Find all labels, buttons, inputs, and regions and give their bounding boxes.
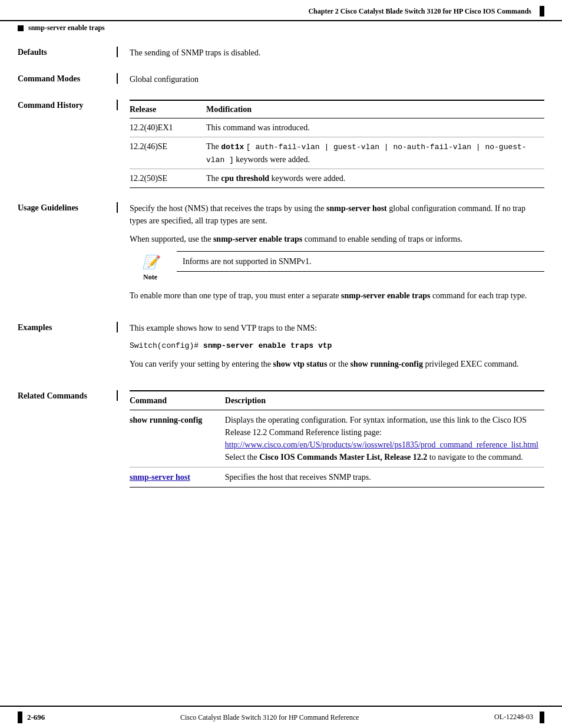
- footer-left: 2-696: [18, 711, 45, 723]
- usage-guidelines-section: Usage Guidelines Specify the host (NMS) …: [18, 202, 544, 308]
- command-modes-section: Command Modes Global configuration: [18, 73, 544, 85]
- release-1: 12.2(40)EX1: [130, 118, 206, 137]
- footer-center: Cisco Catalyst Blade Switch 3120 for HP …: [180, 713, 359, 722]
- examples-section: Examples This example shows how to send …: [18, 322, 544, 376]
- history-col-modification: Modification: [206, 100, 544, 118]
- page-footer: 2-696 Cisco Catalyst Blade Switch 3120 f…: [0, 706, 562, 728]
- examples-label: Examples: [18, 322, 118, 332]
- defaults-label: Defaults: [18, 47, 118, 57]
- related-desc-1: Displays the operating configuration. Fo…: [225, 410, 544, 467]
- footer-icon: [18, 711, 22, 723]
- related-desc-2: Specifies the host that receives SNMP tr…: [225, 467, 544, 487]
- usage-para-3: To enable more than one type of trap, yo…: [130, 289, 544, 302]
- related-col-description: Description: [225, 391, 544, 410]
- note-label: Note: [130, 272, 171, 282]
- modification-3: The cpu threshold keywords were added.: [206, 169, 544, 188]
- related-commands-label: Related Commands: [18, 390, 118, 401]
- modification-1: This command was introduced.: [206, 118, 544, 137]
- sub-header-icon: [18, 25, 24, 31]
- footer-right-rule: [540, 711, 544, 723]
- release-3: 12.2(50)SE: [130, 169, 206, 188]
- table-row: 12.2(50)SE The cpu threshold keywords we…: [130, 169, 544, 188]
- sub-header-label: snmp-server enable traps: [28, 24, 105, 32]
- note-content: Informs are not supported in SNMPv1.: [177, 251, 544, 272]
- usage-guidelines-content: Specify the host (NMS) that receives the…: [118, 202, 544, 308]
- main-content: Defaults The sending of SNMP traps is di…: [0, 35, 562, 513]
- related-commands-table: Command Description show running-config …: [130, 390, 544, 487]
- usage-para-1: Specify the host (NMS) that receives the…: [130, 202, 544, 227]
- command-history-label: Command History: [18, 100, 118, 110]
- command-modes-label: Command Modes: [18, 73, 118, 84]
- related-commands-content: Command Description show running-config …: [118, 390, 544, 487]
- related-cmd-2: snmp-server host: [130, 467, 225, 487]
- usage-guidelines-label: Usage Guidelines: [18, 202, 118, 213]
- page-header: Chapter 2 Cisco Catalyst Blade Switch 31…: [0, 0, 562, 21]
- usage-para-2: When supported, use the snmp-server enab…: [130, 233, 544, 245]
- table-row: 12.2(46)SE The dot1x [ auth-fail-vlan | …: [130, 137, 544, 169]
- table-row: 12.2(40)EX1 This command was introduced.: [130, 118, 544, 137]
- examples-code: Switch(config)# snmp-server enable traps…: [130, 340, 544, 352]
- examples-para-2: You can verify your setting by entering …: [130, 358, 544, 370]
- history-col-release: Release: [130, 100, 206, 118]
- command-modes-content: Global configuration: [118, 73, 544, 85]
- modification-2: The dot1x [ auth-fail-vlan | guest-vlan …: [206, 137, 544, 169]
- defaults-content: The sending of SNMP traps is disabled.: [118, 47, 544, 59]
- note-section: 📝 Note Informs are not supported in SNMP…: [130, 251, 544, 282]
- header-rule: [540, 6, 544, 17]
- note-icon-area: 📝 Note: [130, 251, 177, 282]
- table-row: show running-config Displays the operati…: [130, 410, 544, 467]
- related-link[interactable]: http://www.cisco.com/en/US/products/sw/i…: [225, 440, 538, 449]
- chapter-title: Chapter 2 Cisco Catalyst Blade Switch 31…: [308, 7, 531, 16]
- table-row: snmp-server host Specifies the host that…: [130, 467, 544, 487]
- related-col-command: Command: [130, 391, 225, 410]
- defaults-section: Defaults The sending of SNMP traps is di…: [18, 47, 544, 59]
- footer-page-num: 2-696: [27, 713, 45, 722]
- footer-doc-num: OL-12248-03: [494, 711, 544, 723]
- release-2: 12.2(46)SE: [130, 137, 206, 169]
- sub-header: snmp-server enable traps: [0, 21, 562, 35]
- command-history-content: Release Modification 12.2(40)EX1 This co…: [118, 100, 544, 188]
- history-table: Release Modification 12.2(40)EX1 This co…: [130, 100, 544, 188]
- command-history-section: Command History Release Modification 12.…: [18, 100, 544, 188]
- related-cmd-1: show running-config: [130, 410, 225, 467]
- related-commands-section: Related Commands Command Description sho…: [18, 390, 544, 487]
- examples-content: This example shows how to send VTP traps…: [118, 322, 544, 376]
- examples-para-1: This example shows how to send VTP traps…: [130, 322, 544, 334]
- note-icon: 📝: [130, 252, 171, 272]
